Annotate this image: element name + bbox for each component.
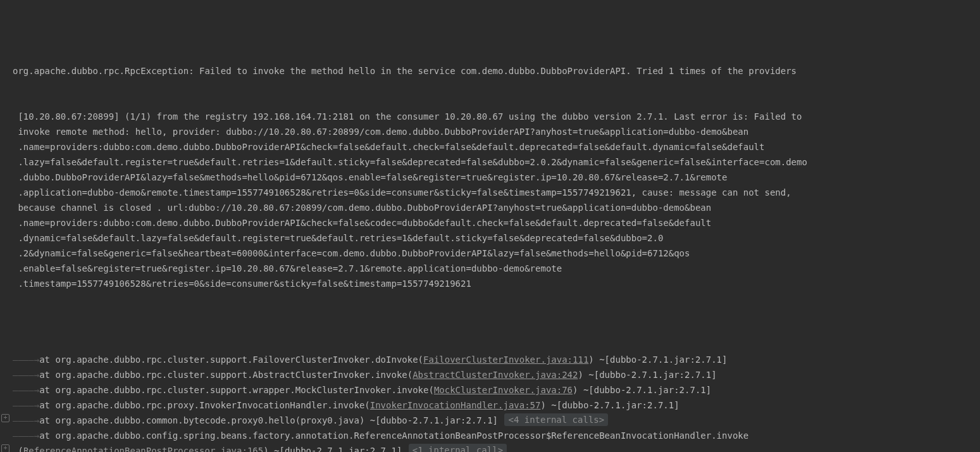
frame-text: ( [13, 446, 23, 452]
exception-message-line: .timestamp=1557749106528&retries=0&side=… [0, 276, 980, 291]
source-link[interactable]: AbstractClusterInvoker.java:242 [412, 370, 578, 380]
exception-message-line: .enable=false&register=true&register.ip=… [0, 261, 980, 276]
console-output: org.apache.dubbo.rpc.RpcException: Faile… [0, 0, 980, 452]
internal-calls-badge[interactable]: <4 internal calls> [504, 413, 608, 426]
exception-header: org.apache.dubbo.rpc.RpcException: Faile… [0, 63, 980, 78]
exception-message-line: .2&dynamic=false&generic=false&heartbeat… [0, 246, 980, 261]
arrow-icon: ――――→ [13, 400, 39, 410]
exception-message-line: .lazy=false&default.register=true&defaul… [0, 154, 980, 170]
source-link[interactable]: FailoverClusterInvoker.java:111 [423, 355, 588, 365]
stack-frame: ――――→at org.apache.dubbo.rpc.cluster.sup… [0, 382, 980, 398]
arrow-icon: ――――→ [13, 355, 39, 365]
exception-message-line: .dynamic=false&default.lazy=false&defaul… [0, 230, 980, 246]
frame-text: at org.apache.dubbo.rpc.cluster.support.… [39, 385, 434, 395]
exception-message-line: .name=providers:dubbo:com.demo.dubbo.Dub… [0, 215, 980, 230]
frame-suffix: ) ~[dubbo-2.7.1.jar:2.7.1] [573, 385, 711, 395]
stack-frame: ――――→at org.apache.dubbo.rpc.cluster.sup… [0, 352, 980, 367]
arrow-icon: ――――→ [13, 370, 39, 380]
stack-frame: +――――→at org.apache.dubbo.common.bytecod… [0, 413, 980, 428]
source-link[interactable]: ReferenceAnnotationBeanPostProcessor.jav… [23, 446, 263, 452]
arrow-icon: ――――→ [13, 430, 39, 441]
frame-suffix: ) ~[dubbo-2.7.1.jar:2.7.1] [540, 400, 679, 410]
frame-suffix: ) ~[dubbo-2.7.1.jar:2.7.1] [263, 446, 402, 452]
frame-text: at org.apache.dubbo.rpc.cluster.support.… [39, 355, 423, 365]
frame-suffix: ) ~[dubbo-2.7.1.jar:2.7.1] [578, 370, 716, 380]
fold-toggle-icon[interactable]: + [1, 444, 9, 452]
source-link[interactable]: InvokerInvocationHandler.java:57 [370, 400, 541, 410]
fold-toggle-icon[interactable]: + [1, 414, 9, 422]
exception-message-line: [10.20.80.67:20899] (1/1) from the regis… [0, 109, 980, 124]
source-link[interactable]: MockClusterInvoker.java:76 [434, 385, 573, 395]
frame-text: at org.apache.dubbo.rpc.cluster.support.… [39, 370, 412, 380]
internal-calls-badge[interactable]: <1 internal call> [409, 444, 507, 452]
frame-text: at org.apache.dubbo.config.spring.beans.… [39, 430, 748, 441]
exception-message-line: .name=providers:dubbo:com.demo.dubbo.Dub… [0, 139, 980, 154]
frame-text: at org.apache.dubbo.common.bytecode.prox… [39, 415, 498, 425]
stack-frame: ――――→at org.apache.dubbo.rpc.proxy.Invok… [0, 398, 980, 413]
stack-frame: ――――→at org.apache.dubbo.rpc.cluster.sup… [0, 367, 980, 382]
exception-message-line: invoke remote method: hello, provider: d… [0, 124, 980, 139]
exception-message-line: because channel is closed . url:dubbo://… [0, 200, 980, 215]
exception-message-line: .application=dubbo-demo&remote.timestamp… [0, 185, 980, 200]
stack-frame-wrap: + (ReferenceAnnotationBeanPostProcessor.… [0, 443, 980, 452]
frame-text: at org.apache.dubbo.rpc.proxy.InvokerInv… [39, 400, 370, 410]
stack-frame: ――――→at org.apache.dubbo.config.spring.b… [0, 428, 980, 443]
arrow-icon: ――――→ [13, 415, 39, 425]
arrow-icon: ――――→ [13, 385, 39, 395]
exception-message-line: .dubbo.DubboProviderAPI&lazy=false&metho… [0, 170, 980, 185]
frame-suffix: ) ~[dubbo-2.7.1.jar:2.7.1] [588, 355, 727, 365]
